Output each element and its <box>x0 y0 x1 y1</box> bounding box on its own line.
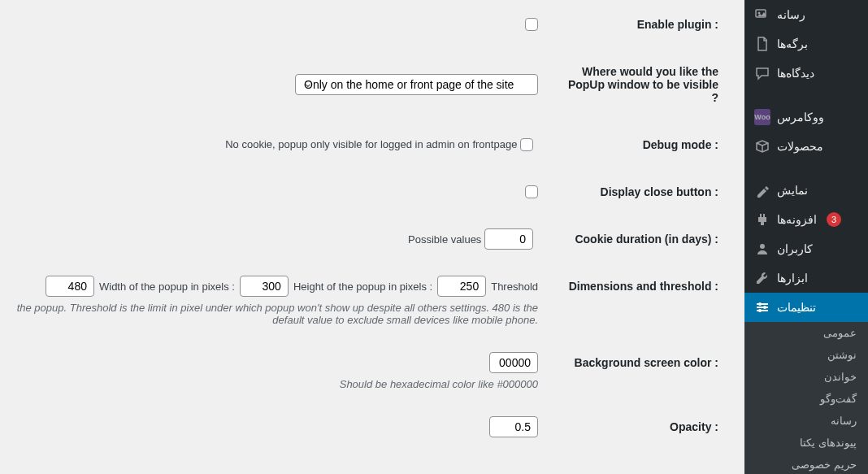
submenu-reading[interactable]: خواندن <box>744 366 868 388</box>
visible-where-select[interactable]: Only on the home or front page of the si… <box>295 74 538 95</box>
sidebar-item-label: نمایش <box>777 184 808 197</box>
users-icon <box>754 241 770 257</box>
bg-color-hint: Should be hexadecimal color like #000000 <box>10 378 538 390</box>
settings-icon <box>754 299 770 315</box>
sidebar-item-label: محصولات <box>777 140 823 153</box>
enable-plugin-label: Enable plugin : <box>548 2 727 47</box>
sidebar-item-woocommerce[interactable]: ووکامرس Woo <box>744 102 868 132</box>
bg-color-input[interactable] <box>489 352 538 373</box>
sidebar-item-users[interactable]: کاربران <box>744 234 868 263</box>
height-label: Height of the popup in pixels : <box>293 280 432 293</box>
width-input[interactable] <box>46 276 94 297</box>
products-icon <box>754 138 770 154</box>
display-close-label: Display close button : <box>548 169 727 215</box>
submenu-discussion[interactable]: گفت‌وگو <box>744 388 868 410</box>
submenu-writing[interactable]: نوشتن <box>744 344 868 366</box>
appearance-icon <box>754 182 770 198</box>
opacity-input[interactable] <box>489 416 538 437</box>
submenu-permalinks[interactable]: پیوندهای یکتا <box>744 432 868 454</box>
sidebar-item-comments[interactable]: دیدگاه‌ها <box>744 59 868 88</box>
sidebar-item-label: کاربران <box>777 242 813 255</box>
sidebar-item-label: رسانه <box>777 8 805 21</box>
cookie-duration-input[interactable] <box>484 228 533 250</box>
submenu-general[interactable]: عمومی <box>744 322 868 344</box>
sidebar-item-label: تنظیمات <box>777 301 816 314</box>
svg-point-2 <box>760 244 765 249</box>
dimensions-hint: the popup. Threshold is the limit in pix… <box>10 302 538 326</box>
enable-plugin-checkbox[interactable] <box>525 18 538 31</box>
sidebar-item-settings[interactable]: تنظیمات <box>744 293 868 322</box>
submenu-privacy[interactable]: حریم خصوصی <box>744 454 868 474</box>
svg-point-7 <box>763 306 766 309</box>
plugins-icon <box>754 211 770 228</box>
submenu-media[interactable]: رسانه <box>744 410 868 432</box>
cookie-duration-hint: Possible values <box>408 233 481 246</box>
sidebar-item-label: ووکامرس <box>777 111 824 124</box>
svg-point-6 <box>758 302 762 306</box>
threshold-input[interactable] <box>437 276 486 297</box>
sidebar-item-products[interactable]: محصولات <box>744 132 868 161</box>
width-label: Width of the popup in pixels : <box>99 280 235 293</box>
comments-icon <box>754 65 770 81</box>
sidebar-item-tools[interactable]: ابزارها <box>744 263 868 293</box>
debug-mode-checkbox[interactable] <box>520 138 533 151</box>
svg-point-8 <box>758 309 762 312</box>
pages-icon <box>754 36 770 52</box>
sidebar-item-label: افزونه‌ها <box>777 213 817 226</box>
sidebar-item-appearance[interactable]: نمایش <box>744 176 868 205</box>
sidebar-item-label: ابزارها <box>777 272 808 285</box>
opacity-label: Opacity : <box>548 404 727 450</box>
settings-form: Enable plugin : Only on the home or fron… <box>0 0 744 474</box>
bg-color-label: Background screen color : <box>548 340 727 402</box>
media-icon <box>754 7 770 23</box>
sidebar-item-plugins[interactable]: 3 افزونه‌ها <box>744 205 868 234</box>
visible-where-label: Where would you like the PopUp window to… <box>548 49 727 120</box>
cookie-duration-label: Cookie duration (in days) : <box>548 216 727 262</box>
woocommerce-icon: Woo <box>754 109 770 125</box>
sidebar-item-pages[interactable]: برگه‌ها <box>744 29 868 59</box>
admin-sidebar: رسانه برگه‌ها دیدگاه‌ها ووکامرس Woo محصو… <box>744 0 868 474</box>
threshold-label: Threshold <box>491 280 538 293</box>
display-close-checkbox[interactable] <box>525 185 538 198</box>
dimensions-label: Dimensions and threshold : <box>548 263 727 338</box>
settings-submenu: عمومی نوشتن خواندن گفت‌وگو رسانه پیوندها… <box>744 322 868 474</box>
plugins-badge: 3 <box>827 212 841 227</box>
sidebar-item-media[interactable]: رسانه <box>744 0 868 29</box>
sidebar-item-label: برگه‌ها <box>777 37 808 50</box>
debug-mode-label: Debug mode : <box>548 122 727 167</box>
debug-mode-hint: No cookie, popup only visible for logged… <box>225 138 517 150</box>
height-input[interactable] <box>240 276 289 297</box>
sidebar-item-label: دیدگاه‌ها <box>777 67 814 80</box>
tools-icon <box>754 270 770 286</box>
